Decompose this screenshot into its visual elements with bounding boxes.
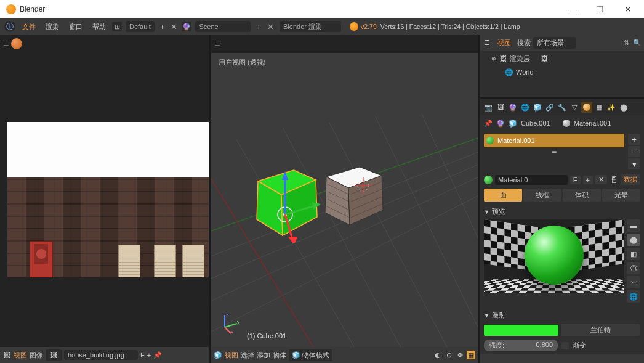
minimize-button[interactable]: — bbox=[558, 1, 586, 18]
outliner-display-mode[interactable]: 所有场景 bbox=[533, 37, 576, 49]
cube-green-selected[interactable] bbox=[252, 163, 320, 224]
editor-type-uv-icon-bottom[interactable]: 🖼 bbox=[2, 351, 11, 359]
tab-particles-icon[interactable]: ✨ bbox=[606, 102, 617, 113]
tab-renderlayers-icon[interactable]: 🖼 bbox=[495, 102, 506, 113]
material-name-field[interactable]: Material.0 bbox=[495, 175, 568, 185]
screen-layout-delete-button[interactable]: ✕ bbox=[167, 22, 180, 31]
scene-add-button[interactable]: + bbox=[253, 22, 264, 31]
breadcrumb-mat-icon bbox=[563, 120, 570, 127]
preview-sphere bbox=[525, 226, 584, 285]
v3d-menu-add[interactable]: 添加 bbox=[257, 351, 270, 360]
material-unlink-button[interactable]: ✕ bbox=[595, 175, 607, 184]
menu-window[interactable]: 窗口 bbox=[64, 22, 87, 31]
diffuse-ramp-checkbox[interactable] bbox=[561, 342, 569, 349]
tree-row-renderlayers[interactable]: ⊕ 🖼 渲染层 🖼 bbox=[483, 52, 642, 65]
slot-drag-handle[interactable]: ═ bbox=[484, 149, 624, 155]
slot-specials-button[interactable]: ▾ bbox=[628, 158, 640, 169]
image-browse-button[interactable]: 🖼 bbox=[46, 349, 62, 361]
pin-icon[interactable]: 📌 bbox=[484, 119, 493, 128]
scene-browse-icon[interactable]: 🔮 bbox=[182, 22, 191, 31]
image-pin-icon[interactable]: 📌 bbox=[153, 351, 162, 359]
material-datablock-row: Material.0 F + ✕ 🗄 数据 bbox=[480, 172, 644, 187]
screen-layout-browse-icon[interactable]: ⊞ bbox=[112, 22, 122, 31]
tab-render-icon[interactable]: 📷 bbox=[483, 102, 494, 113]
breadcrumb-mat-label[interactable]: Material.001 bbox=[574, 120, 611, 127]
outliner-menu-view[interactable]: 视图 bbox=[494, 38, 515, 47]
editor-type-uv-icon[interactable] bbox=[11, 38, 22, 49]
area-corner-grab[interactable] bbox=[215, 43, 220, 46]
nodes-toggle-icon[interactable]: 🗄 bbox=[610, 176, 618, 184]
scene-name[interactable]: Scene bbox=[195, 21, 251, 32]
tab-texture-icon[interactable]: ▦ bbox=[594, 102, 605, 113]
tab-world-icon[interactable]: 🌐 bbox=[520, 102, 531, 113]
image-add-button[interactable]: + bbox=[147, 351, 151, 359]
slot-add-button[interactable]: + bbox=[628, 134, 640, 145]
preview-monkey-icon[interactable]: ⓜ bbox=[627, 262, 640, 274]
v3d-menu-object[interactable]: 物体 bbox=[273, 351, 286, 360]
v3d-menu-select[interactable]: 选择 bbox=[241, 351, 254, 360]
material-fakeuser-button[interactable]: F bbox=[570, 176, 581, 184]
v3d-manipulator-icon[interactable]: ✥ bbox=[456, 351, 464, 359]
diffuse-shader-dropdown[interactable]: 兰伯特 bbox=[561, 324, 640, 336]
material-ball-icon[interactable] bbox=[484, 176, 493, 184]
material-link-dropdown[interactable]: 数据 bbox=[621, 174, 640, 185]
tab-data-icon[interactable]: ▽ bbox=[569, 102, 580, 113]
preview-cube-icon[interactable]: ◧ bbox=[627, 248, 640, 260]
mode-dropdown[interactable]: 🧊 物体模式 bbox=[289, 349, 332, 361]
svg-line-8 bbox=[422, 114, 478, 331]
mat-tab-wire[interactable]: 线框 bbox=[523, 189, 561, 202]
image-name-field[interactable]: house_building.jpg bbox=[64, 350, 138, 360]
mat-tab-halo[interactable]: 光晕 bbox=[602, 189, 640, 202]
screen-layout-add-button[interactable]: + bbox=[157, 22, 168, 31]
menu-help[interactable]: 帮助 bbox=[87, 22, 111, 31]
breadcrumb-scene-icon: 🔮 bbox=[496, 119, 505, 128]
editor-type-outliner-icon[interactable]: ☰ bbox=[483, 38, 491, 47]
tab-physics-icon[interactable]: ⬤ bbox=[618, 102, 629, 113]
screen-layout-name[interactable]: Default bbox=[126, 21, 155, 32]
outliner-menu-search[interactable]: 搜索 bbox=[517, 38, 531, 47]
diffuse-intensity-field[interactable]: 强度: 0.800 bbox=[484, 340, 558, 351]
tab-constraints-icon[interactable]: 🔗 bbox=[544, 102, 555, 113]
preview-worldsphere-icon[interactable]: 🌐 bbox=[627, 290, 640, 303]
area-corner-grab[interactable] bbox=[4, 43, 9, 46]
v3d-shading-icon[interactable]: ◐ bbox=[433, 351, 442, 359]
diffuse-header[interactable]: 漫射 bbox=[484, 309, 640, 322]
menu-render[interactable]: 渲染 bbox=[41, 22, 64, 31]
preview-header[interactable]: 预览 bbox=[484, 205, 640, 218]
scene-delete-button[interactable]: ✕ bbox=[264, 22, 277, 31]
3d-view-canvas[interactable]: 用户视图 (透视) bbox=[211, 53, 478, 347]
uv-canvas[interactable] bbox=[0, 53, 209, 347]
uv-menu-view[interactable]: 视图 bbox=[14, 351, 27, 360]
tab-scene-icon[interactable]: 🔮 bbox=[507, 102, 518, 113]
preview-flat-icon[interactable]: ▬ bbox=[627, 219, 640, 232]
tree-row-world[interactable]: 🌐 World bbox=[483, 65, 642, 79]
editor-type-3dview-icon[interactable]: 🧊 bbox=[214, 351, 222, 359]
v3d-menu-view[interactable]: 视图 bbox=[225, 351, 238, 360]
outliner-search-icon[interactable]: 🔍 bbox=[633, 38, 642, 47]
mat-tab-surface[interactable]: 面 bbox=[484, 189, 522, 202]
image-fake-user[interactable]: F bbox=[140, 351, 145, 359]
material-slot-active[interactable]: Material.001 bbox=[484, 134, 624, 147]
maximize-button[interactable]: ☐ bbox=[586, 1, 614, 18]
tab-modifiers-icon[interactable]: 🔧 bbox=[557, 102, 568, 113]
v3d-pivot-icon[interactable]: ⊙ bbox=[445, 351, 453, 359]
mat-tab-volume[interactable]: 体积 bbox=[563, 189, 601, 202]
cube-brick[interactable] bbox=[319, 161, 387, 222]
outliner-tree[interactable]: ⊕ 🖼 渲染层 🖼 🌐 World bbox=[480, 51, 644, 97]
breadcrumb-cube-label[interactable]: Cube.001 bbox=[521, 120, 550, 127]
tab-material-icon[interactable] bbox=[581, 102, 592, 113]
close-button[interactable]: ✕ bbox=[614, 1, 642, 18]
material-slot-list[interactable]: Material.001 ═ bbox=[484, 134, 624, 155]
render-engine-dropdown[interactable]: Blender 渲染 bbox=[280, 21, 341, 32]
uv-menu-image[interactable]: 图像 bbox=[30, 351, 43, 360]
material-add-button[interactable]: + bbox=[583, 176, 593, 184]
tab-object-icon[interactable]: 🧊 bbox=[532, 102, 543, 113]
editor-type-info-icon[interactable]: ⓘ bbox=[4, 21, 15, 32]
diffuse-color-swatch[interactable] bbox=[484, 325, 558, 336]
preview-hair-icon[interactable]: 〰 bbox=[627, 276, 640, 288]
outliner-filter-icon[interactable]: ⇅ bbox=[622, 38, 630, 47]
preview-sphere-icon[interactable]: ⬤ bbox=[627, 234, 640, 246]
v3d-layers-icon[interactable]: ▦ bbox=[467, 351, 475, 359]
menu-file[interactable]: 文件 bbox=[17, 22, 41, 31]
slot-remove-button[interactable]: − bbox=[628, 146, 640, 157]
